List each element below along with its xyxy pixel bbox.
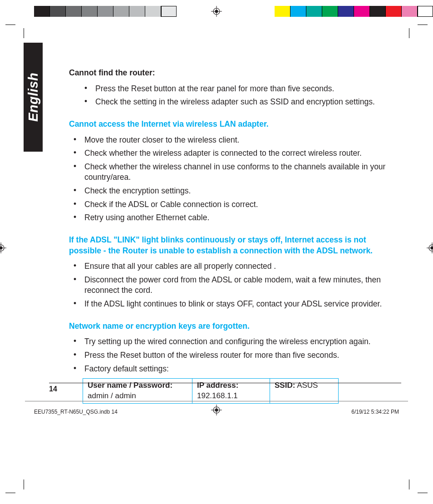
list-item: Move the router closer to the wireless c… [72, 133, 396, 147]
list-item: Try setting up the wired connection and … [72, 335, 396, 349]
userpass-label: User name / Password: [88, 381, 172, 390]
list-item: Check if the ADSL or Cable connection is… [72, 198, 396, 212]
language-tab: English [24, 43, 43, 152]
list-item: Retry using another Ethernet cable. [72, 211, 396, 225]
ip-label: IP address: [197, 381, 238, 390]
registration-mark-icon [0, 242, 6, 255]
list-item: Check whether the wireless channel in us… [72, 160, 396, 184]
list-adsl-link: Ensure that all your cables are all prop… [69, 260, 396, 311]
list-item: Check whether the wireless adapter is co… [72, 147, 396, 160]
factory-defaults-table: User name / Password: admin / admin IP a… [83, 378, 339, 404]
footer-timestamp: 6/19/12 5:34:22 PM [351, 409, 399, 415]
page-content: Cannot find the router: Press the Reset … [69, 31, 396, 404]
list-network-name-forgotten: Try setting up the wired connection and … [69, 335, 396, 376]
list-cannot-access-internet: Move the router closer to the wireless c… [69, 133, 396, 225]
list-item: Ensure that all your cables are all prop… [72, 260, 396, 273]
ssid-value: ASUS [295, 381, 318, 390]
footer-filename: EEU7355_RT-N65U_QSG.indb 14 [34, 409, 118, 415]
list-item: Factory default settings: [72, 362, 396, 376]
heading-network-name-forgotten: Network name or encryption keys are forg… [69, 321, 396, 332]
list-item: Disconnect the power cord from the ADSL … [72, 273, 396, 297]
userpass-value: admin / admin [88, 391, 136, 400]
list-item: Check the setting in the wireless adapte… [83, 95, 396, 109]
page-number: 14 [49, 385, 57, 393]
printer-color-bar [0, 3, 433, 20]
list-item: Check the encryption settings. [72, 184, 396, 198]
trim-line [25, 401, 408, 401]
list-item: Press the Reset button of the wireless r… [72, 349, 396, 362]
heading-cannot-find-router: Cannot find the router: [69, 68, 396, 79]
ip-value: 192.168.1.1 [197, 391, 238, 400]
table-cell: User name / Password: admin / admin [83, 379, 192, 404]
registration-mark-icon [211, 6, 222, 19]
language-tab-label: English [26, 73, 41, 122]
registration-mark-icon [427, 242, 433, 255]
list-cannot-find-router: Press the Reset button at the rear panel… [69, 82, 396, 109]
table-cell: SSID: ASUS [270, 379, 339, 404]
heading-adsl-link: If the ADSL "LINK" light blinks continuo… [69, 235, 396, 256]
page-rule [49, 383, 401, 383]
imposition-footer: EEU7355_RT-N65U_QSG.indb 14 6/19/12 5:34… [0, 409, 433, 415]
list-item: Press the Reset button at the rear panel… [83, 82, 396, 96]
grayscale-swatches [34, 6, 177, 17]
list-item: If the ADSL light continues to blink or … [72, 297, 396, 311]
color-swatches [275, 6, 433, 17]
table-cell: IP address: 192.168.1.1 [192, 379, 270, 404]
heading-cannot-access-internet: Cannot access the Internet via wireless … [69, 119, 396, 130]
registration-mark-icon [211, 405, 222, 417]
ssid-label: SSID: [275, 381, 295, 390]
